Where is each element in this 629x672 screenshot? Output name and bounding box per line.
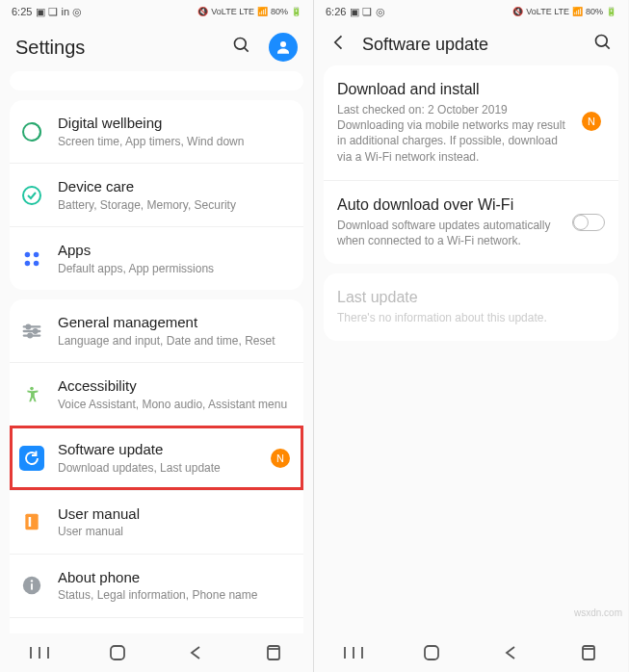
status-bar: 6:25 ▣ ❏ in ◎ 🔇 VoLTE LTE 📶 80% 🔋 — [0, 0, 313, 23]
side-panel-button[interactable] — [262, 641, 285, 664]
side-panel-button[interactable] — [577, 641, 600, 664]
page-title: Software update — [362, 35, 580, 55]
row-title: Software update — [58, 440, 257, 459]
about-icon — [19, 573, 44, 598]
header: Settings — [0, 23, 313, 71]
signal-icon: 📶 — [257, 7, 268, 16]
wellbeing-icon — [19, 119, 44, 144]
row-title: Device care — [58, 177, 294, 196]
row-title: Developer options — [58, 632, 294, 633]
nav-bar — [0, 633, 313, 672]
nav-bar — [314, 633, 628, 672]
last-update-row: Last update There's no information about… — [324, 273, 618, 341]
notification-badge: N — [271, 449, 290, 468]
row-sub: User manual — [58, 525, 294, 540]
svg-point-20 — [31, 580, 33, 582]
search-icon[interactable] — [232, 36, 251, 59]
svg-point-27 — [596, 36, 608, 47]
profile-icon[interactable] — [269, 33, 298, 62]
software-update-screen: 6:26 ▣ ❏ ◎ 🔇 VoLTE LTE 📶 80% 🔋 Software … — [314, 0, 628, 672]
row-sub: Status, Legal information, Phone name — [58, 588, 294, 604]
status-icons: ▣ ❏ in ◎ — [36, 6, 82, 18]
svg-point-4 — [23, 187, 40, 204]
recents-button[interactable] — [342, 641, 365, 664]
item-about-phone[interactable]: About phoneStatus, Legal information, Ph… — [10, 554, 303, 617]
svg-point-15 — [30, 387, 34, 391]
row-sub: Default apps, App permissions — [58, 262, 294, 277]
recents-button[interactable] — [28, 641, 51, 664]
device-care-icon — [19, 183, 44, 208]
item-apps[interactable]: AppsDefault apps, App permissions — [10, 226, 303, 290]
previous-card-peek — [10, 71, 303, 90]
battery-icon: 🔋 — [291, 7, 301, 16]
item-software-update[interactable]: Software updateDownload updates, Last up… — [10, 426, 303, 489]
svg-point-0 — [235, 39, 247, 50]
row-sub: Battery, Storage, Memory, Security — [58, 198, 294, 214]
clock: 6:26 — [326, 6, 346, 17]
row-title: Accessibility — [58, 376, 294, 396]
signal-icon: 📶 — [572, 7, 583, 16]
user-manual-icon — [19, 509, 44, 534]
row-title: Download and install — [337, 81, 605, 98]
back-icon[interactable] — [329, 33, 349, 56]
item-digital-wellbeing[interactable]: Digital wellbeingScreen time, App timers… — [10, 100, 303, 163]
row-title: Auto download over Wi-Fi — [337, 196, 605, 214]
auto-download-row[interactable]: Auto download over Wi-Fi Download softwa… — [324, 180, 618, 264]
battery-text: 80% — [586, 7, 603, 16]
row-sub: Language and input, Date and time, Reset — [58, 334, 294, 349]
row-title: User manual — [58, 504, 294, 524]
download-install-row[interactable]: Download and install Last checked on: 2 … — [324, 65, 618, 180]
general-icon — [19, 319, 44, 344]
svg-point-7 — [25, 261, 31, 267]
svg-line-1 — [245, 48, 249, 52]
row-sub: There's no information about this update… — [337, 310, 605, 325]
clock: 6:25 — [12, 6, 32, 17]
apps-icon — [19, 246, 44, 271]
settings-screen: 6:25 ▣ ❏ in ◎ 🔇 VoLTE LTE 📶 80% 🔋 Settin… — [0, 0, 314, 672]
search-icon[interactable] — [593, 33, 613, 56]
row-title: Apps — [58, 241, 294, 260]
notification-badge: N — [582, 112, 601, 131]
row-title: About phone — [58, 568, 294, 587]
item-user-manual[interactable]: User manualUser manual — [10, 490, 303, 554]
item-developer-options[interactable]: Developer optionsDeveloper options — [10, 617, 303, 633]
home-button[interactable] — [420, 641, 443, 664]
svg-rect-25 — [268, 646, 279, 659]
header: Software update — [314, 23, 628, 65]
page-title: Settings — [15, 37, 85, 59]
item-accessibility[interactable]: AccessibilityVoice Assistant, Mono audio… — [10, 362, 303, 426]
row-sub: Download updates, Last update — [58, 461, 257, 477]
svg-rect-24 — [111, 646, 124, 659]
row-sub: Last checked on: 2 October 2019 Download… — [337, 102, 605, 165]
svg-point-6 — [34, 251, 39, 257]
svg-point-8 — [34, 261, 39, 267]
software-update-icon — [19, 446, 44, 471]
svg-rect-19 — [31, 583, 33, 589]
battery-text: 80% — [271, 7, 288, 16]
row-sub: Download software updates automatically … — [337, 218, 605, 248]
mute-icon: 🔇 — [197, 7, 208, 16]
svg-rect-32 — [425, 646, 438, 659]
status-icons: ▣ ❏ ◎ — [350, 6, 384, 18]
network-text: VoLTE LTE — [211, 7, 254, 16]
item-device-care[interactable]: Device careBattery, Storage, Memory, Sec… — [10, 163, 303, 226]
back-button[interactable] — [184, 641, 207, 664]
svg-point-13 — [34, 329, 38, 333]
network-text: VoLTE LTE — [526, 7, 569, 16]
svg-point-2 — [280, 41, 286, 47]
accessibility-icon — [19, 382, 44, 407]
watermark: wsxdn.com — [574, 607, 622, 618]
battery-icon: 🔋 — [606, 7, 616, 16]
svg-point-14 — [28, 334, 32, 338]
svg-line-28 — [606, 45, 610, 49]
settings-list: Digital wellbeingScreen time, App timers… — [0, 71, 313, 633]
mute-icon: 🔇 — [512, 7, 523, 16]
status-bar: 6:26 ▣ ❏ ◎ 🔇 VoLTE LTE 📶 80% 🔋 — [314, 0, 628, 23]
toggle-switch[interactable] — [572, 214, 605, 231]
home-button[interactable] — [106, 641, 129, 664]
svg-rect-17 — [29, 517, 32, 527]
detail-content: Download and install Last checked on: 2 … — [314, 65, 628, 633]
item-general-management[interactable]: General managementLanguage and input, Da… — [10, 299, 303, 362]
back-button[interactable] — [499, 641, 522, 664]
row-title: General management — [58, 313, 294, 332]
